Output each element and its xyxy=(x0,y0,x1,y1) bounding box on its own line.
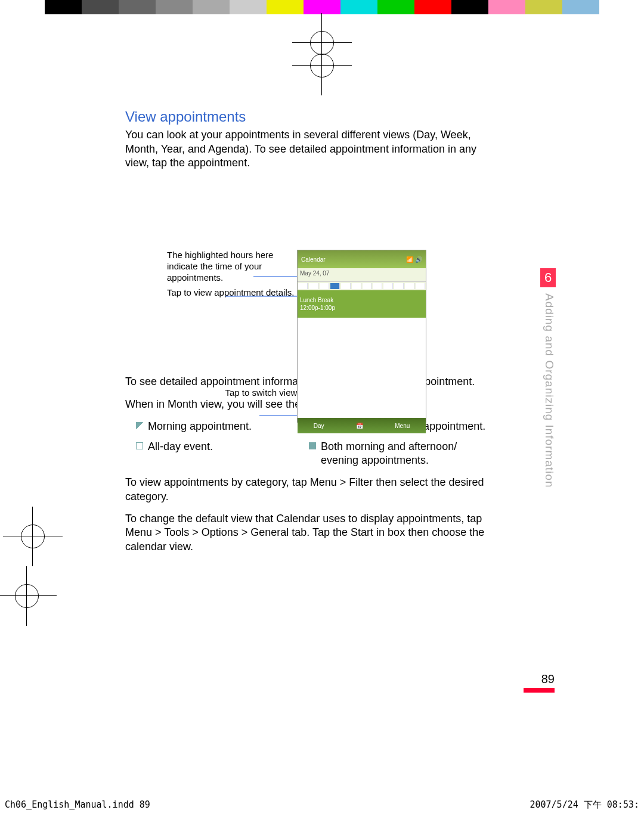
callout-details: Tap to view appointment details. xyxy=(167,287,304,299)
footer-timestamp: 2007/5/24 下午 08:53: xyxy=(530,799,639,811)
callout-switch: Tap to switch views. xyxy=(167,387,304,399)
chapter-side-tab: 6 Adding and Organizing Information xyxy=(540,268,556,566)
both-label: Both morning and afternoon/ evening appo… xyxy=(321,440,457,468)
both-icon xyxy=(309,442,316,449)
morning-icon xyxy=(136,422,143,429)
section-heading: View appointments xyxy=(125,107,495,126)
print-color-bar xyxy=(45,0,599,14)
callout-hours: The highlighted hours here indicate the … xyxy=(167,250,304,283)
page-number: 89 xyxy=(541,671,555,687)
chapter-title: Adding and Organizing Information xyxy=(541,287,556,488)
paragraph-default-view: To change the default view that Calendar… xyxy=(125,512,495,554)
footer-filename: Ch06_English_Manual.indd 89 xyxy=(5,799,150,811)
shot-title: Calendar xyxy=(301,256,326,263)
intro-paragraph: You can look at your appointments in sev… xyxy=(125,128,495,170)
chapter-number: 6 xyxy=(540,268,556,287)
allday-label: All-day event. xyxy=(148,440,213,454)
paragraph-filter: To view appointments by category, tap Me… xyxy=(125,476,495,504)
shot-bottom-bar: Day📅Menu xyxy=(298,418,426,433)
shot-icons: 📶 🔊 xyxy=(406,256,422,263)
calendar-screenshot: Calendar📶 🔊 May 24, 07 Lunch Break12:00p… xyxy=(297,250,426,423)
registration-mark-bottom xyxy=(292,36,352,95)
shot-hours-strip xyxy=(298,282,426,290)
shot-appointment: Lunch Break12:00p-1:00p xyxy=(298,290,426,318)
registration-mark-left xyxy=(3,507,63,566)
print-footer: Ch06_English_Manual.indd 89 2007/5/24 下午… xyxy=(0,799,644,811)
shot-date: May 24, 07 xyxy=(298,268,426,282)
morning-label: Morning appointment. xyxy=(148,420,252,433)
registration-mark-right xyxy=(0,566,57,626)
page-number-bar xyxy=(524,688,555,693)
allday-icon xyxy=(136,442,143,449)
